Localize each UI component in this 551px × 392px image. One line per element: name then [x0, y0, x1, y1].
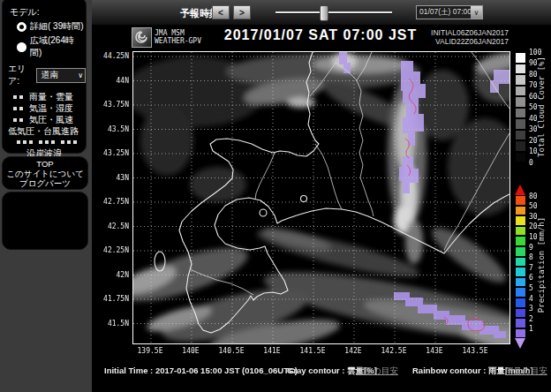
dot-square-icon[interactable] — [51, 140, 55, 144]
initial-time-text: Initial Time : 2017-01-06 15:00 JST (010… — [104, 366, 298, 375]
chevron-down-icon: ∨ — [471, 6, 482, 19]
lat-tick-label: 42.25N — [90, 246, 129, 254]
sidebar-empty-box — [2, 192, 88, 250]
sidebar-menu-item[interactable]: 低気圧・台風進路 — [8, 126, 86, 137]
lat-tick-label: 41.5N — [90, 320, 129, 328]
precip-colorbar-tick: 8 — [529, 253, 533, 261]
dot-square-icon[interactable] — [39, 140, 42, 144]
precip-colorbar-tick: 5 — [529, 284, 533, 292]
precip-colorbar-cell — [515, 246, 526, 257]
cloud-colorbar-cell — [515, 74, 526, 86]
precip-colorbar-tick: 2 — [529, 315, 533, 323]
precip-arrow-bottom-icon — [515, 338, 525, 349]
precip-colorbar-tick: 50 — [529, 202, 538, 210]
radio-button-icon[interactable] — [17, 42, 26, 52]
dot-square-icon[interactable] — [45, 140, 49, 144]
dot-square-icon[interactable] — [67, 140, 71, 144]
next-time-button[interactable]: > — [233, 5, 251, 19]
time-slider-track[interactable] — [276, 11, 392, 13]
sidebar: モデル: 詳細( 39時間)広域(264時間) エリア: 道南 ∨ 雨量・雲量気… — [0, 0, 92, 392]
legend-square-icon — [13, 95, 17, 99]
dot-square-icon[interactable] — [61, 140, 64, 144]
sidebar-top-box: TOPこのサイトについてブログパーツ — [2, 156, 88, 190]
dot-square-icon[interactable] — [73, 140, 77, 144]
cloud-guide-link[interactable]: 雲量の目安 — [356, 366, 398, 377]
cloud-colorbar-cell — [515, 96, 526, 108]
precip-colorbar-tick: 3 — [529, 305, 533, 313]
cloud-colorbar-tick: 50 — [529, 103, 538, 111]
cloud-colorbar-cell — [515, 118, 526, 130]
cloud-colorbar-tick: 80 — [529, 71, 538, 79]
area-select[interactable]: 道南 ∨ — [36, 68, 86, 83]
rain-guide-link[interactable]: 雨量の目安 — [505, 366, 547, 377]
sidebar-menu-item[interactable]: 気圧・風速 — [13, 115, 86, 125]
model-radio-row[interactable]: 広域(264時間) — [17, 34, 86, 59]
cloud-colorbar-tick: 60 — [529, 93, 538, 101]
precip-colorbar-cell — [515, 215, 526, 226]
dot-square-icon[interactable] — [23, 140, 26, 144]
precip-colorbar-tick: 9 — [529, 244, 533, 252]
precip-colorbar-cell — [515, 195, 526, 206]
radio-button-icon[interactable] — [17, 22, 26, 32]
legend-square-icon — [19, 118, 23, 122]
model-option-label: 詳細( 39時間) — [30, 20, 84, 33]
area-label: エリア: — [8, 63, 34, 87]
time-slider-handle[interactable] — [320, 5, 328, 21]
precip-colorbar-cell — [515, 287, 526, 298]
precip-colorbar-title: Precipitation [mm/h] — [537, 217, 546, 313]
dot-square-icon[interactable] — [17, 140, 20, 144]
cloud-colorbar-tick: 10 — [529, 147, 538, 155]
lon-tick-label: 142.5E — [376, 347, 411, 355]
lat-tick-label: 42.75N — [90, 198, 129, 206]
cloud-colorbar-title: Total Cloud Cover [%] — [537, 57, 546, 157]
precip-colorbar-cell — [515, 277, 526, 288]
cloud-colorbar-cell — [515, 152, 526, 163]
lat-tick-label: 43.5N — [90, 125, 129, 133]
model-radio-row[interactable]: 詳細( 39時間) — [17, 20, 86, 33]
cloud-colorbar-tick: 90 — [529, 59, 538, 67]
sidebar-menu-item[interactable]: 雨量・雲量 — [13, 92, 86, 102]
time-select[interactable]: 01/07(土) 07:00 ∨ — [416, 5, 483, 19]
map-canvas[interactable] — [133, 52, 509, 343]
lat-tick-label: 43.25N — [90, 149, 129, 157]
chevron-down-icon: ∨ — [78, 72, 83, 79]
cloud-colorbar-tick: 70 — [529, 81, 538, 89]
prev-time-button[interactable]: < — [212, 5, 230, 19]
lon-tick-label: 143.5E — [457, 347, 493, 355]
precip-colorbar-cell — [515, 298, 526, 308]
cloud-colorbar-cell — [515, 108, 526, 119]
precip-colorbar-tick: 6 — [529, 274, 533, 282]
valid-text: VALID22Z06JAN2017 — [380, 37, 509, 46]
forecast-time-toolbar: 予報時刻 < > 01/07(土) 07:00 ∨ — [92, 0, 551, 25]
radio-dot — [19, 25, 24, 29]
legend-square-icon — [19, 107, 23, 110]
sidebar-bottom-link[interactable]: TOP — [3, 159, 87, 169]
precip-colorbar-cell — [515, 236, 526, 246]
dot-square-icon[interactable] — [29, 140, 33, 144]
lon-tick-label: 141.5E — [295, 347, 330, 355]
time-select-value: 01/07(土) 07:00 — [417, 7, 471, 18]
sidebar-menu-box: モデル: 詳細( 39時間)広域(264時間) エリア: 道南 ∨ 雨量・雲量気… — [2, 0, 87, 154]
weather-map[interactable] — [132, 51, 510, 344]
precip-colorbar-cell — [515, 328, 526, 339]
area-select-value: 道南 — [41, 69, 58, 81]
precip-colorbar-cell — [515, 206, 526, 216]
sidebar-menu-item[interactable]: 気温・湿度 — [13, 103, 86, 114]
cloud-colorbar-cell — [515, 64, 526, 75]
sidebar-bottom-link[interactable]: ブログパーツ — [3, 178, 87, 188]
menu-item-label: 気圧・風速 — [29, 115, 73, 125]
lon-tick-label: 140.5E — [214, 347, 249, 355]
lat-tick-label: 42N — [90, 271, 129, 279]
cloud-colorbar-tick: 20 — [529, 137, 538, 145]
lat-tick-label: 42.5N — [90, 222, 129, 230]
lon-tick-label: 141E — [254, 347, 290, 355]
sidebar-bottom-link[interactable]: このサイトについて — [3, 169, 87, 178]
lon-tick-label: 139.5E — [132, 347, 168, 355]
legend-square-icon — [13, 107, 17, 110]
precip-colorbar-tick: 80 — [529, 192, 538, 200]
cloud-colorbar-tick: 0 — [529, 159, 533, 167]
cloud-colorbar-cell — [515, 130, 526, 141]
precip-colorbar-cell — [515, 257, 526, 268]
initial-text: INITIAL06Z06JAN2017 — [380, 28, 509, 37]
lat-tick-label: 43N — [90, 174, 129, 182]
